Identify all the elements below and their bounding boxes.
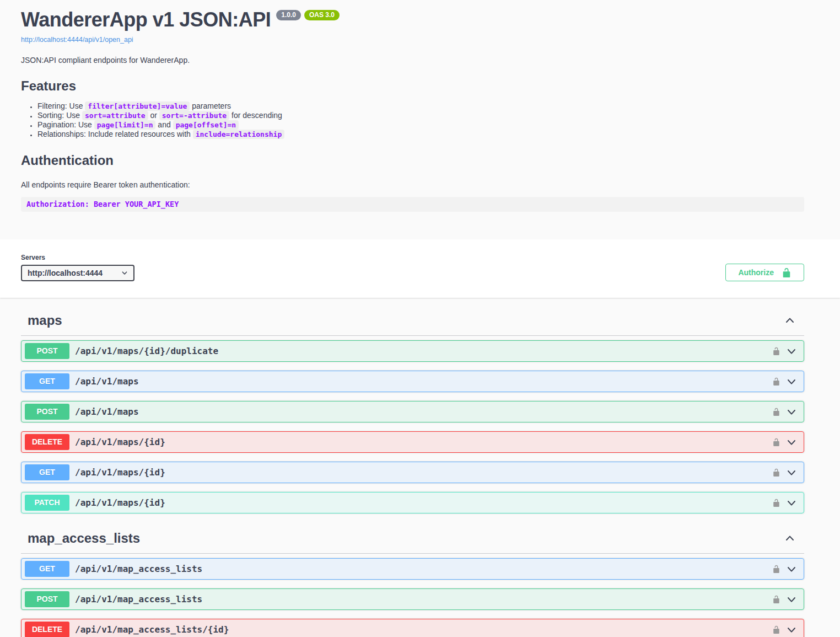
operations-area: maps POST /api/v1/maps/{id}/duplicate GE…: [0, 298, 840, 637]
inline-code: sort=attribute: [82, 111, 148, 120]
tag-section: maps POST /api/v1/maps/{id}/duplicate GE…: [21, 304, 804, 513]
title-badges: 1.0.0 OAS 3.0: [276, 10, 340, 20]
lock-icon[interactable]: [771, 376, 782, 387]
authentication-heading: Authentication: [21, 153, 804, 168]
method-badge: POST: [25, 591, 69, 607]
api-info-section: WandererApp v1 JSON:API 1.0.0 OAS 3.0 ht…: [0, 0, 840, 221]
inline-code: include=relationship: [193, 130, 285, 139]
lock-icon[interactable]: [771, 406, 782, 417]
lock-icon[interactable]: [771, 594, 782, 604]
tag-section-header[interactable]: map_access_lists: [21, 522, 804, 554]
authorize-label: Authorize: [738, 268, 774, 277]
feature-text: and: [155, 120, 173, 129]
title-row: WandererApp v1 JSON:API 1.0.0 OAS 3.0: [21, 9, 804, 31]
oas-badge: OAS 3.0: [304, 10, 340, 20]
operation-path: /api/v1/maps: [75, 406, 139, 417]
operation-row[interactable]: DELETE /api/v1/map_access_lists/{id}: [21, 619, 804, 637]
chevron-down-icon[interactable]: [786, 624, 797, 635]
lock-icon[interactable]: [771, 346, 782, 356]
server-select-value: http://localhost:4444: [28, 269, 103, 277]
feature-item: Pagination: Use page[limit]=n and page[o…: [37, 120, 804, 130]
features-heading: Features: [21, 78, 804, 94]
operation-row[interactable]: DELETE /api/v1/maps/{id}: [21, 431, 804, 453]
tag-section-header[interactable]: maps: [21, 304, 804, 336]
lock-icon[interactable]: [771, 467, 782, 478]
operation-path: /api/v1/maps: [75, 376, 139, 387]
page-title: WandererApp v1 JSON:API: [21, 9, 271, 31]
scheme-container: Servers http://localhost:4444 Authorize: [0, 239, 840, 298]
chevron-down-icon[interactable]: [786, 467, 797, 478]
feature-text: or: [148, 111, 159, 120]
operation-row[interactable]: GET /api/v1/maps: [21, 371, 804, 392]
operation-row[interactable]: GET /api/v1/maps/{id}: [21, 462, 804, 483]
lock-icon[interactable]: [771, 564, 782, 574]
operation-row[interactable]: GET /api/v1/map_access_lists: [21, 558, 804, 580]
features-list: Filtering: Use filter[attribute]=value p…: [21, 101, 804, 139]
servers-block: Servers http://localhost:4444: [21, 254, 134, 281]
chevron-down-icon[interactable]: [786, 346, 797, 357]
feature-item: Filtering: Use filter[attribute]=value p…: [37, 101, 804, 111]
spec-url-link[interactable]: http://localhost:4444/api/v1/open_api: [21, 36, 133, 44]
unlock-icon: [782, 267, 791, 277]
method-badge: POST: [25, 343, 69, 359]
tag-section: map_access_lists GET /api/v1/map_access_…: [21, 522, 804, 637]
inline-code: page[offset]=n: [173, 120, 239, 130]
operation-path: /api/v1/maps/{id}: [75, 467, 165, 478]
tag-section-title: map_access_lists: [28, 530, 140, 547]
servers-label: Servers: [21, 254, 134, 261]
chevron-down-icon[interactable]: [786, 437, 797, 448]
feature-text: for descending: [229, 111, 282, 120]
chevron-up-icon[interactable]: [784, 315, 795, 326]
inline-code: filter[attribute]=value: [85, 101, 190, 111]
feature-item: Relationships: Include related resources…: [37, 130, 804, 139]
method-badge: GET: [25, 373, 69, 389]
lock-icon[interactable]: [771, 624, 782, 635]
inline-code: page[limit]=n: [94, 120, 156, 130]
server-select[interactable]: http://localhost:4444: [21, 265, 134, 281]
method-badge: POST: [25, 404, 69, 420]
tag-section-title: maps: [28, 312, 62, 329]
chevron-down-icon[interactable]: [786, 376, 797, 387]
version-badge: 1.0.0: [276, 10, 301, 20]
operation-path: /api/v1/maps/{id}: [75, 437, 165, 447]
lock-icon[interactable]: [771, 437, 782, 447]
operation-path: /api/v1/map_access_lists: [75, 594, 202, 604]
inline-code: sort=-attribute: [159, 111, 229, 120]
method-badge: GET: [25, 561, 69, 577]
operation-path: /api/v1/map_access_lists/{id}: [75, 624, 229, 635]
feature-text: parameters: [190, 101, 231, 110]
operation-row[interactable]: POST /api/v1/maps/{id}/duplicate: [21, 340, 804, 362]
chevron-down-icon: [121, 270, 128, 276]
feature-text: Filtering: Use: [37, 101, 85, 110]
operation-row[interactable]: POST /api/v1/map_access_lists: [21, 588, 804, 610]
feature-text: Pagination: Use: [37, 120, 94, 129]
lock-icon[interactable]: [771, 497, 782, 508]
feature-text: Relationships: Include related resources…: [37, 130, 193, 138]
chevron-down-icon[interactable]: [786, 406, 797, 417]
feature-text: Sorting: Use: [37, 111, 82, 120]
chevron-down-icon[interactable]: [786, 594, 797, 605]
method-badge: PATCH: [25, 495, 69, 511]
chevron-down-icon[interactable]: [786, 497, 797, 508]
authorize-button[interactable]: Authorize: [725, 264, 804, 281]
operation-row[interactable]: POST /api/v1/maps: [21, 401, 804, 422]
authorization-code-block: Authorization: Bearer YOUR_API_KEY: [21, 197, 804, 212]
api-description: JSON:API compliant endpoints for Wandere…: [21, 56, 804, 65]
operation-path: /api/v1/maps/{id}: [75, 497, 165, 508]
method-badge: DELETE: [25, 434, 69, 450]
authentication-text: All endpoints require Bearer token authe…: [21, 180, 804, 189]
operation-row[interactable]: PATCH /api/v1/maps/{id}: [21, 492, 804, 513]
method-badge: DELETE: [25, 622, 69, 637]
chevron-up-icon[interactable]: [784, 533, 795, 544]
feature-item: Sorting: Use sort=attribute or sort=-att…: [37, 111, 804, 120]
method-badge: GET: [25, 464, 69, 480]
operation-path: /api/v1/map_access_lists: [75, 564, 202, 574]
operation-path: /api/v1/maps/{id}/duplicate: [75, 346, 218, 356]
chevron-down-icon[interactable]: [786, 564, 797, 575]
